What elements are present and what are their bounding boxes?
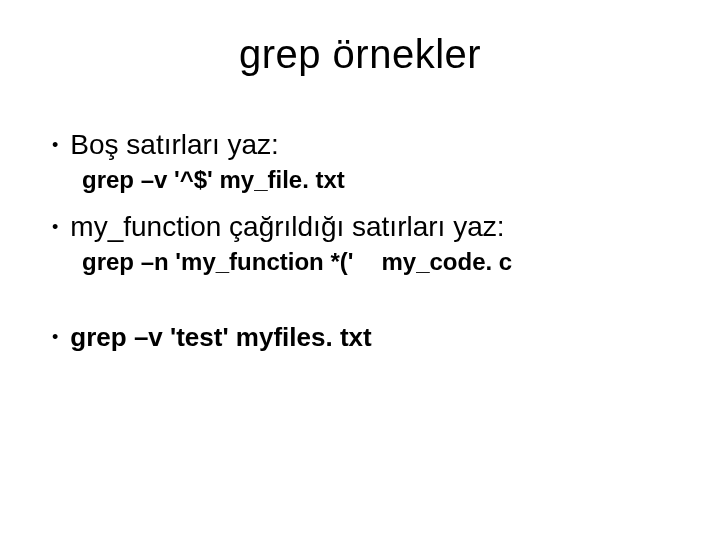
bullet-list: • Boş satırları yaz: grep –v '^$' my_fil… — [50, 127, 670, 355]
slide-title: grep örnekler — [50, 32, 670, 77]
bullet-text: grep –v 'test' myfiles. txt — [70, 319, 371, 355]
slide: grep örnekler • Boş satırları yaz: grep … — [0, 0, 720, 540]
spacer — [50, 291, 670, 319]
list-item: • grep –v 'test' myfiles. txt — [50, 291, 670, 355]
bullet-text: my_function çağrıldığı satırları yaz: — [70, 209, 504, 245]
list-item: • my_function çağrıldığı satırları yaz: … — [50, 209, 670, 277]
bullet-dot-icon: • — [52, 319, 58, 355]
bullet-row: • grep –v 'test' myfiles. txt — [50, 319, 670, 355]
code-suffix: my_code. c — [381, 248, 512, 275]
bullet-subtext: grep –n 'my_function *('my_code. c — [82, 247, 670, 277]
bullet-dot-icon: • — [52, 127, 58, 163]
bullet-row: • my_function çağrıldığı satırları yaz: — [50, 209, 670, 245]
list-item: • Boş satırları yaz: grep –v '^$' my_fil… — [50, 127, 670, 195]
code-prefix: grep –n 'my_function *(' — [82, 248, 353, 275]
bullet-row: • Boş satırları yaz: — [50, 127, 670, 163]
bullet-subtext: grep –v '^$' my_file. txt — [82, 165, 670, 195]
bullet-text: Boş satırları yaz: — [70, 127, 279, 163]
bullet-dot-icon: • — [52, 209, 58, 245]
